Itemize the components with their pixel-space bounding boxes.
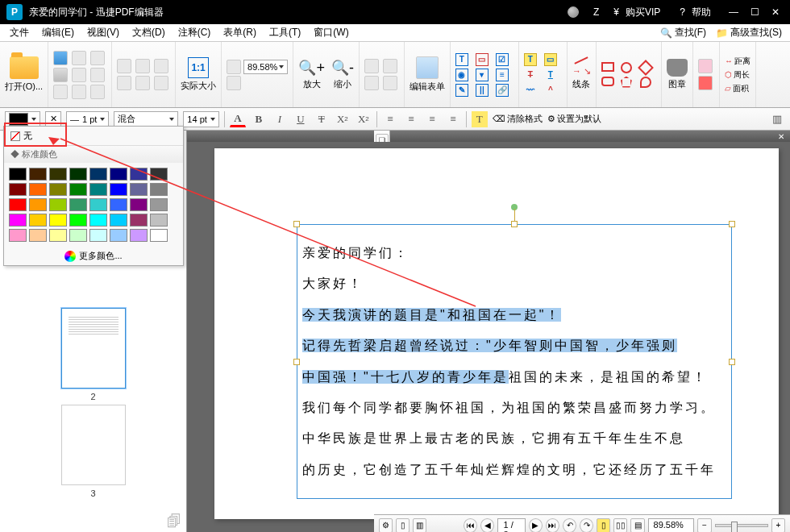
strikeout-icon[interactable]: T (524, 69, 537, 81)
camera-icon[interactable] (117, 76, 131, 90)
color-swatch[interactable] (130, 168, 148, 181)
color-swatch[interactable] (69, 183, 87, 196)
view-facing-icon[interactable]: ▯▯ (613, 518, 627, 533)
subscript-button[interactable]: X2 (335, 111, 351, 127)
rotate-left-icon[interactable] (364, 59, 379, 73)
stamp-button[interactable]: 图章 (667, 59, 688, 90)
doc-line[interactable]: 记得先哲梁启超曾经说过："少年智则中国智，少年强则 (302, 330, 726, 361)
maximize-button[interactable]: ☐ (746, 5, 763, 19)
snapshot-icon[interactable] (154, 59, 168, 73)
redo-icon[interactable] (90, 68, 105, 82)
color-swatch[interactable] (89, 214, 107, 227)
ocr-icon[interactable] (154, 76, 168, 90)
color-swatch[interactable] (150, 183, 168, 196)
bold-button[interactable]: B (251, 111, 267, 127)
lines-button[interactable]: →↘ 线条 (572, 60, 591, 90)
paste-icon[interactable] (90, 51, 105, 65)
color-swatch[interactable] (49, 168, 67, 181)
export-icon[interactable] (90, 85, 105, 99)
search-icon[interactable] (135, 76, 150, 90)
color-swatch[interactable] (29, 229, 47, 242)
color-swatch[interactable] (49, 214, 67, 227)
radio-field-icon[interactable]: ◉ (455, 69, 468, 81)
color-swatch[interactable] (150, 198, 168, 211)
last-page-button[interactable]: ⏭ (546, 518, 559, 533)
color-swatch[interactable] (69, 229, 87, 242)
zoom-in-button[interactable]: 🔍+放大 (298, 59, 325, 90)
menu-comment[interactable]: 注释(C) (172, 24, 218, 41)
highlight-bg-button[interactable]: T (472, 111, 488, 127)
view-single-icon[interactable]: ▯ (597, 518, 610, 533)
color-swatch[interactable] (69, 168, 87, 181)
resize-handle[interactable] (511, 221, 518, 227)
color-swatch[interactable] (110, 183, 127, 196)
menu-tools[interactable]: 工具(T) (263, 24, 307, 41)
font-size-dropdown[interactable]: 14 pt (183, 111, 218, 127)
color-swatch[interactable] (9, 214, 27, 227)
resize-handle[interactable] (293, 221, 300, 227)
mail-icon[interactable] (72, 85, 86, 99)
menu-window[interactable]: 窗口(W) (307, 24, 355, 41)
color-swatch[interactable] (29, 168, 47, 181)
distance-button[interactable]: ↔距离 (725, 56, 750, 67)
checkbox-field-icon[interactable]: ☑ (496, 53, 509, 66)
resize-handle[interactable] (729, 221, 735, 227)
align-justify-button[interactable]: ≡ (445, 111, 461, 127)
color-swatch[interactable] (89, 183, 107, 196)
sign-field-icon[interactable]: ✎ (455, 84, 468, 97)
zoom-slider[interactable] (715, 524, 768, 527)
color-swatch[interactable] (110, 198, 127, 211)
highlight-icon[interactable]: T (524, 53, 537, 66)
edit-form-button[interactable]: 编辑表单 (410, 56, 445, 93)
eraser-icon[interactable] (698, 59, 713, 73)
combo-field-icon[interactable]: ▾ (476, 69, 489, 81)
crop-icon[interactable] (364, 76, 379, 90)
doc-line[interactable]: 的历史，它创造了五千年灿烂辉煌的文明，它还经历了五千年 (302, 455, 726, 485)
print-icon[interactable] (53, 68, 68, 82)
set-default-button[interactable]: ⚙设置为默认 (547, 113, 601, 125)
color-swatch[interactable] (110, 229, 127, 242)
menu-edit[interactable]: 编辑(E) (35, 24, 81, 41)
color-swatch[interactable] (89, 198, 107, 211)
caret-icon[interactable]: ^ (544, 84, 557, 97)
globe-icon[interactable] (563, 5, 584, 19)
save-icon[interactable] (53, 51, 68, 65)
hand-icon[interactable] (117, 59, 131, 73)
line-width-dropdown[interactable]: —1 pt (66, 111, 109, 127)
note-icon[interactable]: ▭ (544, 53, 557, 66)
color-swatch[interactable] (9, 183, 27, 196)
roundrect-icon[interactable] (601, 77, 614, 86)
pages-icon[interactable]: 🗐 (167, 513, 181, 530)
page-thumbnail-2[interactable] (61, 308, 126, 389)
underline-icon[interactable]: T (544, 69, 557, 81)
doc-line[interactable]: 亲爱的同学们： (302, 238, 726, 268)
color-swatch[interactable] (130, 214, 148, 227)
minimize-button[interactable]: — (726, 5, 742, 19)
fit-page-icon[interactable] (227, 76, 241, 90)
text-field-icon[interactable]: T (455, 53, 468, 66)
find-button[interactable]: 🔍查找(F) (655, 24, 711, 41)
button-field-icon[interactable]: ▭ (476, 53, 489, 66)
color-swatch[interactable] (150, 229, 168, 242)
doc-line[interactable]: 中国强！"十七八岁的青少年是祖国的未来，是祖国的希望！ (302, 362, 726, 393)
zoom-in-btn[interactable]: + (771, 518, 785, 533)
squiggly-icon[interactable]: 〰 (524, 84, 537, 97)
color-swatch[interactable] (49, 229, 67, 242)
doc-line[interactable]: 我们每个同学都要胸怀祖国，为祖国的繁荣昌盛而努力学习。 (302, 393, 726, 423)
undo-icon[interactable] (72, 68, 86, 82)
color-swatch[interactable] (130, 229, 148, 242)
page-number-input[interactable]: 1 / 3 (497, 518, 525, 533)
diamond-shape-icon[interactable] (638, 60, 654, 76)
cloud-icon[interactable] (640, 77, 651, 88)
menu-form[interactable]: 表单(R) (217, 24, 263, 41)
color-swatch[interactable] (130, 183, 148, 196)
align-left-button[interactable]: ≡ (382, 111, 398, 127)
doc-line[interactable]: 大家好！ (302, 268, 726, 299)
align-right-button[interactable]: ≡ (424, 111, 440, 127)
help-button[interactable]: ? 帮助 (675, 2, 721, 23)
color-swatch[interactable] (69, 214, 87, 227)
color-swatch[interactable] (110, 214, 127, 227)
color-swatch[interactable] (49, 198, 67, 211)
color-swatch[interactable] (69, 198, 87, 211)
page-thumbnail-3[interactable] (61, 405, 126, 485)
